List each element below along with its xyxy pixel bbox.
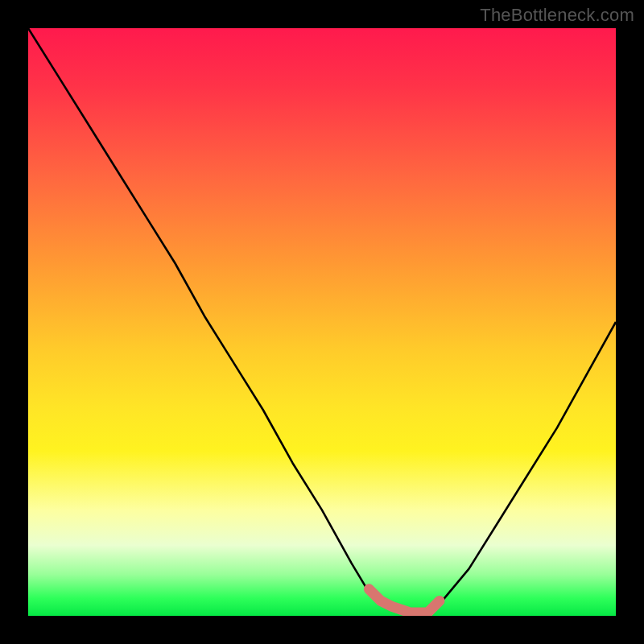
chart-frame: TheBottleneck.com (0, 0, 644, 644)
chart-svg (28, 28, 616, 616)
chart-plot-area (28, 28, 616, 616)
watermark-text: TheBottleneck.com (480, 5, 634, 26)
chart-highlight (369, 589, 440, 613)
chart-curve (28, 28, 616, 616)
